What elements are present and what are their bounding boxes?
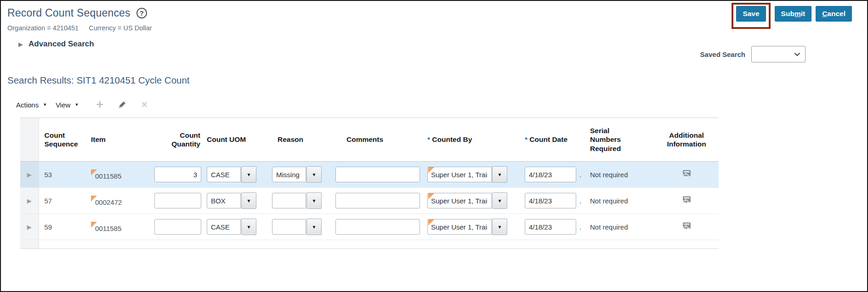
toolbar-icons: + ✕ [96,99,148,110]
actions-menu[interactable]: Actions ▼ [16,101,47,109]
view-caret-icon: ▼ [74,102,79,107]
count-quantity-input[interactable] [154,219,201,235]
col-header-serial-numbers: Serial Numbers Required [586,118,654,162]
row-expand-icon[interactable]: ▶ [27,197,32,204]
additional-information-cell [654,162,719,188]
col-header-counted-by: * Counted By [426,118,523,162]
dropdown-arrow-icon: ▼ [498,172,502,177]
row-expander-cell: ▶ [20,214,39,240]
table-header-row: Count Sequence Item Count Quantity Count… [20,118,719,162]
row-expand-icon[interactable]: ▶ [27,171,32,178]
dropdown-arrow-icon: ▼ [247,225,251,230]
comments-input[interactable] [335,219,420,235]
currency-context: Currency = US Dollar [89,24,152,32]
reason-cell: ▼ [271,188,335,214]
record-count-sequences-page: Record Count Sequences ? Save Submit Can… [0,0,868,292]
page-title: Record Count Sequences [7,7,130,19]
additional-information-cell [654,214,719,240]
counted-by-input[interactable] [427,167,492,182]
save-button-label: Save [743,10,759,17]
serial-numbers-cell: Not required [586,162,654,188]
counted-by-input[interactable] [427,219,492,235]
table-row: ▶ 53 0011585 ▼ ▼ ▼ . Not required [20,162,719,188]
reason-cell: ▼ [271,162,335,188]
col-header-comments: Comments [335,118,426,162]
add-row-icon[interactable]: + [96,100,103,109]
table-toolbar: Actions ▼ View ▼ + ✕ [16,99,867,110]
count-date-cell: . [523,188,586,214]
item-cell: 0002472 [86,188,151,214]
saved-search: Saved Search [700,46,806,62]
additional-info-icon[interactable] [681,225,692,232]
reason-dropdown-button[interactable]: ▼ [306,219,322,235]
count-uom-dropdown-button[interactable]: ▼ [241,219,256,235]
count-uom-dropdown-button[interactable]: ▼ [241,166,256,183]
count-quantity-input[interactable] [154,167,201,182]
dropdown-arrow-icon: ▼ [247,198,251,203]
required-marker: * [525,135,528,143]
cancel-button[interactable]: Cancel [816,6,852,22]
help-icon[interactable]: ? [136,8,147,18]
save-button[interactable]: Save [736,6,766,22]
count-sequence-cell: 57 [39,188,86,214]
serial-numbers-cell: Not required [586,188,654,214]
edit-icon[interactable] [117,100,127,110]
reason-dropdown-button[interactable]: ▼ [306,192,322,209]
count-uom-input[interactable] [207,167,241,182]
advanced-search-toggle[interactable]: ▶ Advanced Search [18,39,94,49]
counted-by-dropdown-button[interactable]: ▼ [492,219,507,235]
reason-cell: ▼ [271,214,335,240]
count-uom-cell: ▼ [206,162,271,188]
reason-input[interactable] [272,219,306,235]
delete-row-icon[interactable]: ✕ [141,99,148,110]
count-date-input[interactable] [525,193,576,208]
saved-search-select[interactable] [751,46,806,62]
additional-info-icon[interactable] [681,198,692,206]
count-quantity-input[interactable] [154,193,201,208]
advanced-search-label: Advanced Search [28,39,94,49]
counted-by-dropdown-button[interactable]: ▼ [492,192,507,209]
count-uom-input[interactable] [207,193,241,208]
additional-information-cell [654,188,719,214]
count-uom-cell: ▼ [206,188,271,214]
page-action-buttons: Save Submit Cancel [732,3,852,29]
row-expander-cell: ▶ [20,188,39,214]
row-expand-icon[interactable]: ▶ [27,224,32,230]
comments-cell [335,188,426,214]
view-menu-label: View [56,101,70,109]
view-menu[interactable]: View ▼ [56,101,79,109]
count-quantity-cell [151,214,206,240]
reason-dropdown-button[interactable]: ▼ [306,166,322,183]
count-date-cell: . [523,162,586,188]
submit-button[interactable]: Submit [775,6,812,22]
additional-info-icon[interactable] [681,172,692,180]
count-sequence-cell: 53 [39,162,86,188]
col-header-count-uom: Count UOM [206,118,271,162]
comments-input[interactable] [335,167,420,182]
count-uom-cell: ▼ [206,214,271,240]
col-header-count-sequence: Count Sequence [39,118,86,162]
annotation-highlight-box: Save [732,3,770,29]
col-header-count-quantity: Count Quantity [151,118,206,162]
row-expander-cell: ▶ [20,162,39,188]
submit-button-label: Sub [781,10,794,17]
col-header-count-date: * Count Date [523,118,586,162]
chevron-down-icon [794,52,800,56]
comments-input[interactable] [335,193,420,208]
count-uom-input[interactable] [207,219,241,235]
count-sequences-table: Count Sequence Item Count Quantity Count… [20,118,719,249]
count-date-input[interactable] [525,167,576,182]
counted-by-dropdown-button[interactable]: ▼ [492,166,507,183]
count-quantity-cell [151,162,206,188]
dropdown-arrow-icon: ▼ [312,198,317,203]
counted-by-cell: ▼ [426,188,523,214]
counted-by-input[interactable] [427,193,492,208]
dropdown-arrow-icon: ▼ [498,198,502,203]
count-date-input[interactable] [525,219,576,235]
reason-input[interactable] [272,167,306,182]
count-uom-dropdown-button[interactable]: ▼ [241,192,256,209]
reason-input[interactable] [272,193,306,208]
search-results-heading: Search Results: SIT1 4210451 Cycle Count [7,75,867,86]
col-header-reason: Reason [271,118,335,162]
expander-column-header [20,118,39,162]
